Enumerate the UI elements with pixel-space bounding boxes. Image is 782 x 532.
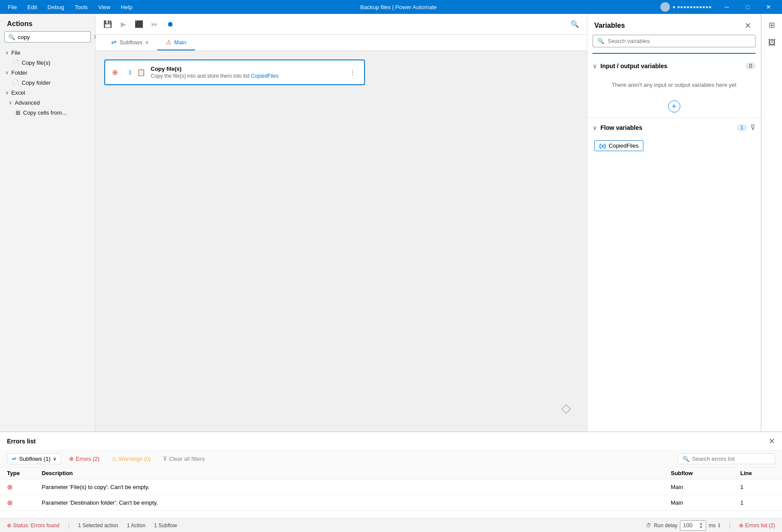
input-output-title: Input / output variables xyxy=(600,63,742,69)
menu-view[interactable]: View xyxy=(94,2,115,12)
user-area: ● ●●●●●●●●●●● xyxy=(660,2,712,12)
user-name: ● ●●●●●●●●●●● xyxy=(673,4,712,10)
separator: | xyxy=(68,522,70,529)
error-icon: ⊕ xyxy=(112,68,118,76)
run-delay-input[interactable]: 100 ▲ ▼ xyxy=(680,520,706,531)
warnings-count-badge[interactable]: ⚠ Warnings (0) xyxy=(107,454,155,463)
tree-advanced-subsection[interactable]: ∨ Advanced xyxy=(0,98,95,108)
menu-help[interactable]: Help xyxy=(116,2,137,12)
folder-section-label: Folder xyxy=(11,69,27,76)
errors-list-link[interactable]: ⊗ Errors list (2) xyxy=(739,522,775,529)
canvas-toolbar: 💾 ▶ ⬛ ⏭ ⏺ 🔍 xyxy=(96,14,587,35)
canvas-search-button[interactable]: 🔍 xyxy=(568,17,582,31)
action-menu-button[interactable]: ⋮ xyxy=(348,67,357,77)
flow-variables-title: Flow variables xyxy=(600,124,733,131)
canvas-area: 💾 ▶ ⬛ ⏭ ⏺ 🔍 xyxy=(96,14,587,431)
save-button[interactable]: 💾 xyxy=(101,17,115,31)
variable-name: CopiedFiles xyxy=(609,142,639,149)
tree-item-copy-cells[interactable]: ⊞ Copy cells from... xyxy=(0,108,95,118)
record-button[interactable]: ⏺ xyxy=(163,17,177,31)
action-var-link[interactable]: CopiedFiles xyxy=(251,73,278,79)
subflows-icon: ⇌ xyxy=(111,38,117,46)
error-row-2[interactable]: ⊗ Parameter 'Destination folder': Can't … xyxy=(0,495,782,511)
subflows-filter-button[interactable]: ⇌ Subflows (1) ∨ xyxy=(7,453,61,464)
add-variable-button[interactable]: + xyxy=(668,100,680,112)
tree-file-section[interactable]: ∨ File xyxy=(0,48,95,58)
menu-tools[interactable]: Tools xyxy=(70,2,92,12)
error-line: 1 xyxy=(740,499,775,506)
tree-item-copy-folder[interactable]: 📄 Copy folder xyxy=(0,78,95,88)
canvas-diamond xyxy=(563,406,570,414)
tab-subflows[interactable]: ⇌ Subflows ∨ xyxy=(103,35,157,50)
actions-search-input[interactable] xyxy=(18,34,91,40)
errors-header: Errors list ✕ xyxy=(0,432,782,451)
tree-item-label: Copy cells from... xyxy=(23,109,66,116)
menu-file[interactable]: File xyxy=(3,2,21,12)
actions-search-box[interactable]: 🔍 ✕ xyxy=(4,31,91,43)
info-icon: ℹ xyxy=(718,522,720,529)
flow-var-copied-files[interactable]: {x} CopiedFiles xyxy=(594,140,643,151)
action-title: Copy file(s) xyxy=(151,66,343,72)
minimize-button[interactable]: ─ xyxy=(717,0,737,14)
col-line: Line xyxy=(740,470,775,476)
actions-title: Actions xyxy=(0,14,95,31)
stop-button[interactable]: ⬛ xyxy=(132,17,146,31)
close-button[interactable]: ✕ xyxy=(759,0,779,14)
tree-item-label: Copy file(s) xyxy=(22,59,50,66)
chevron-down-icon: ∨ xyxy=(9,100,12,106)
menu-debug[interactable]: Debug xyxy=(43,2,68,12)
actions-panel: Actions 🔍 ✕ ∨ File 📄 Copy file(s) ∨ xyxy=(0,14,96,431)
errors-search-box[interactable]: 🔍 xyxy=(678,453,775,464)
play-button[interactable]: ▶ xyxy=(116,17,130,31)
action-item[interactable]: ⊕ 1 📋 Copy file(s) Copy the file(s) into… xyxy=(104,59,365,85)
search-icon: 🔍 xyxy=(597,38,604,44)
variables-search-box[interactable]: 🔍 xyxy=(593,35,755,47)
tree-excel-section[interactable]: ∨ Excel xyxy=(0,88,95,98)
tree-item-copy-files[interactable]: 📄 Copy file(s) xyxy=(0,58,95,68)
variables-close-button[interactable]: ✕ xyxy=(742,20,754,31)
grid-icon: ⊞ xyxy=(16,109,20,116)
errors-count-badge[interactable]: ⊗ Errors (2) xyxy=(65,454,104,463)
user-avatar xyxy=(660,2,670,12)
layers-icon: ⊞ xyxy=(769,20,775,30)
flow-variables-count: 1 xyxy=(737,124,747,131)
menu-edit[interactable]: Edit xyxy=(23,2,41,12)
record-icon: ⏺ xyxy=(167,20,174,28)
errors-close-button[interactable]: ✕ xyxy=(769,436,775,446)
flow-variables-header[interactable]: ∨ Flow variables 1 ⊽ xyxy=(593,118,755,135)
tree-folder-section[interactable]: ∨ Folder xyxy=(0,68,95,78)
run-delay-label: Run delay xyxy=(654,522,677,529)
app-body: Actions 🔍 ✕ ∨ File 📄 Copy file(s) ∨ xyxy=(0,14,782,532)
error-row-1[interactable]: ⊗ Parameter 'File(s) to copy': Can't be … xyxy=(0,479,782,495)
errors-search-input[interactable] xyxy=(692,456,770,462)
action-content: Copy file(s) Copy the file(s) into and s… xyxy=(151,66,343,79)
error-description: Parameter 'Destination folder': Can't be… xyxy=(42,499,671,506)
titlebar-menu: File Edit Debug Tools View Help xyxy=(3,2,137,12)
file-icon: 📄 xyxy=(12,59,19,66)
search-icon: 🔍 xyxy=(683,456,689,462)
status-error: ⊗ Status: Errors found xyxy=(7,522,60,529)
decrement-button[interactable]: ▼ xyxy=(699,525,703,529)
input-output-header[interactable]: ∨ Input / output variables 0 xyxy=(593,57,755,73)
filter-icon[interactable]: ⊽ xyxy=(750,123,755,132)
window-controls: ─ □ ✕ xyxy=(717,0,779,14)
variables-search-input[interactable] xyxy=(608,38,751,44)
input-output-empty-text: There aren't any input or output variabl… xyxy=(593,73,755,97)
next-button[interactable]: ⏭ xyxy=(148,17,162,31)
col-type: Type xyxy=(7,470,42,476)
subflows-filter-label: Subflows (1) xyxy=(19,456,50,462)
chevron-down-icon: ∨ xyxy=(593,124,597,131)
image-icon-button[interactable]: 🖼 xyxy=(764,35,780,50)
clear-filters-button[interactable]: ⊽ Clear all filters xyxy=(159,454,209,464)
variables-header: Variables ✕ xyxy=(587,14,761,35)
errors-title: Errors list xyxy=(7,438,36,445)
error-icon: ⊗ xyxy=(7,483,42,491)
maximize-button[interactable]: □ xyxy=(738,0,758,14)
tab-main[interactable]: ⚠ Main xyxy=(157,35,195,50)
errors-toolbar: ⇌ Subflows (1) ∨ ⊗ Errors (2) ⚠ Warnings… xyxy=(0,451,782,467)
side-icons: ⊞ 🖼 xyxy=(761,14,782,431)
selected-action-status: 1 Selected action xyxy=(78,522,118,529)
run-delay-arrows: ▲ ▼ xyxy=(699,522,703,529)
image-icon: 🖼 xyxy=(768,38,776,47)
layers-icon-button[interactable]: ⊞ xyxy=(764,17,780,33)
